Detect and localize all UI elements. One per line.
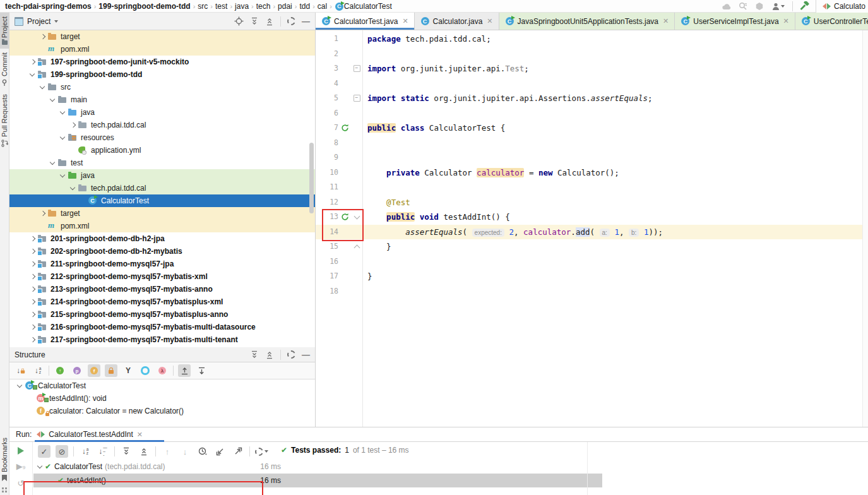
tree-row[interactable]: CCalculatorTest [9,194,315,207]
tree-row[interactable]: mpom.xml [9,220,315,232]
fold-marker-icon[interactable] [351,246,362,248]
sort-alphabetically-icon[interactable]: ↓az [32,364,44,377]
run-tab[interactable]: CalculatorTest.testAddInt ✕ [37,430,143,439]
sync-cloud-icon[interactable] [722,1,732,11]
import-test-results-icon[interactable] [214,445,227,458]
breadcrumb-item[interactable]: tech [256,2,271,11]
project-view-dropdown-icon[interactable] [54,20,58,23]
run-test-gutter-icon[interactable] [338,124,351,132]
code-line[interactable]: 9 [316,150,868,165]
tree-chevron-icon[interactable] [49,96,57,104]
run-console-splitter[interactable] [587,442,588,495]
tree-chevron-icon[interactable] [28,58,37,66]
breadcrumb-item[interactable]: tdd [299,2,310,11]
rerun-failed-tests-icon[interactable]: ▶9 [16,462,25,472]
tree-row[interactable]: 212-springboot-demo-mysql57-mybatis-xml [9,270,315,283]
tree-chevron-icon[interactable] [28,260,37,268]
tree-chevron-icon[interactable] [28,336,37,343]
structure-row[interactable]: mtestAddInt(): void [9,392,315,405]
expand-all-icon[interactable] [120,445,133,458]
code-line[interactable]: 7public class CalculatorTest { [316,121,868,136]
sort-by-visibility-icon[interactable]: ↓ [15,364,27,377]
structure-row[interactable]: CCalculatorTest [9,379,315,392]
code-line[interactable]: 3−import org.junit.jupiter.api.Test; [316,61,868,76]
tree-chevron-icon[interactable] [28,298,37,306]
tree-chevron-icon[interactable] [59,172,68,179]
code-line[interactable]: 15 } [316,239,868,254]
show-ignored-icon[interactable]: ⊘ [56,445,68,458]
tree-row[interactable]: test [9,157,315,169]
tree-row[interactable]: 216-springboot-demo-mysql57-mybatis-mult… [9,321,315,333]
fold-marker-icon[interactable] [351,216,362,218]
editor-tab[interactable]: CCalculatorTest.java✕ [316,13,415,30]
tree-row[interactable]: 201-springboot-demo-db-h2-jpa [9,232,315,245]
sort-alphabetically-icon[interactable]: ↓az [79,445,92,458]
code-line[interactable]: 5−import static org.junit.jupiter.api.As… [316,91,868,106]
tree-chevron-icon[interactable] [49,159,57,167]
tree-row[interactable]: 199-springboot-demo-tdd [9,68,315,81]
tree-chevron-icon[interactable] [16,382,25,390]
close-tab-icon[interactable]: ✕ [663,17,669,25]
code-line[interactable]: 6 [316,106,868,121]
tree-row[interactable]: 217-springboot-demo-mysql57-mybatis-mult… [9,333,315,346]
collapse-all-icon[interactable] [138,445,150,458]
bottom-grid-icon[interactable] [2,487,7,492]
code-line[interactable]: 13 public void testAddInt() { [316,210,868,225]
sort-by-duration-icon[interactable]: ↓—–- [97,445,109,458]
show-non-public-icon[interactable] [105,364,117,377]
tree-row[interactable]: 197-springboot-demo-junit-v5-mockito [9,56,315,68]
fold-marker-icon[interactable]: − [351,95,362,102]
breadcrumb-item[interactable]: test [215,2,227,11]
next-test-icon[interactable]: ↓ [179,445,191,458]
rerun-icon[interactable] [18,447,24,455]
code-line[interactable]: 8 [316,136,868,151]
run-settings-gear-icon[interactable] [255,445,268,458]
tree-chevron-icon[interactable] [28,323,37,331]
code-line[interactable]: 16 [316,254,868,270]
tree-chevron-icon[interactable] [28,273,37,280]
code-line[interactable]: 4 [316,76,868,92]
tree-row[interactable]: main [9,93,315,106]
run-test-gutter-icon[interactable] [338,213,351,221]
show-properties-icon[interactable]: p [71,364,83,377]
stripe-item-pull-requests[interactable]: Pull Requests [0,90,9,151]
collapse-all-icon[interactable] [265,350,274,359]
breadcrumb-item[interactable]: cal [318,2,327,11]
tree-chevron-icon[interactable] [59,109,68,116]
project-scrollbar[interactable] [309,143,314,213]
tree-chevron-icon[interactable] [39,33,47,40]
tree-row[interactable]: 211-springboot-demo-mysql57-jpa [9,258,315,270]
editor-error-stripe[interactable] [862,30,868,427]
previous-test-icon[interactable]: ↑ [161,445,174,458]
code-line[interactable]: 18 [316,284,868,299]
show-inherited-icon[interactable]: ↑ [54,364,66,377]
tree-chevron-icon[interactable] [28,235,37,242]
hide-structure-panel-icon[interactable]: — [302,352,310,358]
tree-chevron-icon[interactable] [39,83,47,91]
build-hammer-icon[interactable] [799,1,809,11]
tree-chevron-icon[interactable] [69,121,78,129]
tree-chevron-icon[interactable] [28,71,37,78]
expand-all-icon[interactable] [250,350,259,359]
structure-row[interactable]: fcalculator: Calculator = new Calculator… [9,405,315,417]
tree-chevron-icon[interactable] [28,285,37,293]
test-history-icon[interactable]: ↺ [18,479,25,487]
show-fields-icon[interactable]: f [88,364,100,377]
code-editor[interactable]: 1package tech.pdai.tdd.cal;23−import org… [316,30,868,427]
breadcrumb-item[interactable]: tech-pdai-spring-demos [5,2,92,11]
tree-chevron-icon[interactable] [28,248,37,255]
tree-row[interactable]: target [9,30,315,43]
tree-row[interactable]: java [9,106,315,119]
editor-tab[interactable]: CCalculator.java✕ [415,13,499,30]
tree-chevron-icon[interactable] [39,210,47,217]
tree-chevron-icon[interactable] [59,134,68,141]
structure-settings-gear-icon[interactable] [287,350,295,359]
tree-row[interactable]: 213-springboot-demo-mysql57-mybatis-anno [9,283,315,295]
breadcrumb-item[interactable]: 199-springboot-demo-tdd [98,2,190,11]
export-test-results-icon[interactable] [232,445,244,458]
tree-row[interactable]: tech.pdai.tdd.cal [9,119,315,131]
code-line[interactable]: 1package tech.pdai.tdd.cal; [316,32,868,47]
tree-row[interactable]: target [9,207,315,220]
show-anonymous-classes-icon[interactable]: Y [122,364,134,377]
tree-row[interactable]: 215-springboot-demo-mysql57-mybatisplus-… [9,308,315,321]
